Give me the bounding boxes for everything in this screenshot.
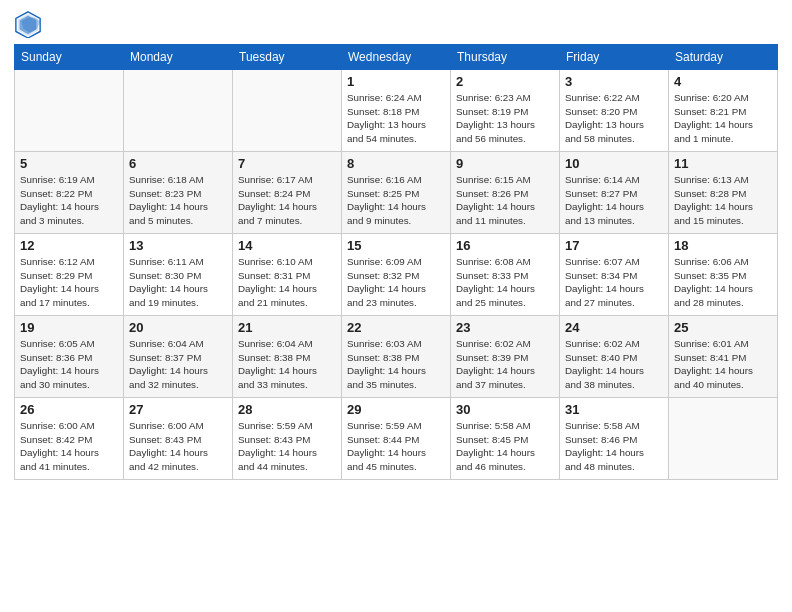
day-number: 25 (674, 320, 772, 335)
day-number: 5 (20, 156, 118, 171)
day-number: 8 (347, 156, 445, 171)
day-number: 27 (129, 402, 227, 417)
day-info: Sunrise: 6:00 AM Sunset: 8:43 PM Dayligh… (129, 419, 227, 474)
calendar-cell: 21Sunrise: 6:04 AM Sunset: 8:38 PM Dayli… (233, 316, 342, 398)
day-info: Sunrise: 5:59 AM Sunset: 8:44 PM Dayligh… (347, 419, 445, 474)
calendar-cell: 22Sunrise: 6:03 AM Sunset: 8:38 PM Dayli… (342, 316, 451, 398)
day-number: 13 (129, 238, 227, 253)
calendar-cell: 13Sunrise: 6:11 AM Sunset: 8:30 PM Dayli… (124, 234, 233, 316)
day-number: 3 (565, 74, 663, 89)
day-info: Sunrise: 6:16 AM Sunset: 8:25 PM Dayligh… (347, 173, 445, 228)
day-number: 29 (347, 402, 445, 417)
day-number: 2 (456, 74, 554, 89)
calendar-cell: 1Sunrise: 6:24 AM Sunset: 8:18 PM Daylig… (342, 70, 451, 152)
calendar-cell: 24Sunrise: 6:02 AM Sunset: 8:40 PM Dayli… (560, 316, 669, 398)
day-number: 24 (565, 320, 663, 335)
day-info: Sunrise: 6:15 AM Sunset: 8:26 PM Dayligh… (456, 173, 554, 228)
weekday-header-friday: Friday (560, 45, 669, 70)
day-number: 15 (347, 238, 445, 253)
calendar-week-0: 1Sunrise: 6:24 AM Sunset: 8:18 PM Daylig… (15, 70, 778, 152)
calendar-cell: 5Sunrise: 6:19 AM Sunset: 8:22 PM Daylig… (15, 152, 124, 234)
day-info: Sunrise: 6:00 AM Sunset: 8:42 PM Dayligh… (20, 419, 118, 474)
calendar-cell: 3Sunrise: 6:22 AM Sunset: 8:20 PM Daylig… (560, 70, 669, 152)
calendar-table: SundayMondayTuesdayWednesdayThursdayFrid… (14, 44, 778, 480)
day-info: Sunrise: 6:03 AM Sunset: 8:38 PM Dayligh… (347, 337, 445, 392)
day-info: Sunrise: 6:24 AM Sunset: 8:18 PM Dayligh… (347, 91, 445, 146)
calendar-cell: 31Sunrise: 5:58 AM Sunset: 8:46 PM Dayli… (560, 398, 669, 480)
calendar-week-3: 19Sunrise: 6:05 AM Sunset: 8:36 PM Dayli… (15, 316, 778, 398)
calendar-week-1: 5Sunrise: 6:19 AM Sunset: 8:22 PM Daylig… (15, 152, 778, 234)
day-info: Sunrise: 6:05 AM Sunset: 8:36 PM Dayligh… (20, 337, 118, 392)
calendar-cell: 14Sunrise: 6:10 AM Sunset: 8:31 PM Dayli… (233, 234, 342, 316)
weekday-header-wednesday: Wednesday (342, 45, 451, 70)
calendar-cell: 9Sunrise: 6:15 AM Sunset: 8:26 PM Daylig… (451, 152, 560, 234)
calendar-cell: 18Sunrise: 6:06 AM Sunset: 8:35 PM Dayli… (669, 234, 778, 316)
calendar-cell: 2Sunrise: 6:23 AM Sunset: 8:19 PM Daylig… (451, 70, 560, 152)
day-number: 21 (238, 320, 336, 335)
calendar-cell: 11Sunrise: 6:13 AM Sunset: 8:28 PM Dayli… (669, 152, 778, 234)
day-number: 7 (238, 156, 336, 171)
calendar-week-4: 26Sunrise: 6:00 AM Sunset: 8:42 PM Dayli… (15, 398, 778, 480)
day-number: 12 (20, 238, 118, 253)
day-info: Sunrise: 6:18 AM Sunset: 8:23 PM Dayligh… (129, 173, 227, 228)
day-info: Sunrise: 6:22 AM Sunset: 8:20 PM Dayligh… (565, 91, 663, 146)
day-info: Sunrise: 6:07 AM Sunset: 8:34 PM Dayligh… (565, 255, 663, 310)
day-number: 22 (347, 320, 445, 335)
calendar-cell: 28Sunrise: 5:59 AM Sunset: 8:43 PM Dayli… (233, 398, 342, 480)
weekday-header-saturday: Saturday (669, 45, 778, 70)
day-number: 4 (674, 74, 772, 89)
calendar-cell: 26Sunrise: 6:00 AM Sunset: 8:42 PM Dayli… (15, 398, 124, 480)
day-number: 31 (565, 402, 663, 417)
day-info: Sunrise: 6:17 AM Sunset: 8:24 PM Dayligh… (238, 173, 336, 228)
day-info: Sunrise: 6:20 AM Sunset: 8:21 PM Dayligh… (674, 91, 772, 146)
calendar-cell: 19Sunrise: 6:05 AM Sunset: 8:36 PM Dayli… (15, 316, 124, 398)
day-info: Sunrise: 6:06 AM Sunset: 8:35 PM Dayligh… (674, 255, 772, 310)
day-number: 23 (456, 320, 554, 335)
calendar-week-2: 12Sunrise: 6:12 AM Sunset: 8:29 PM Dayli… (15, 234, 778, 316)
calendar-cell: 29Sunrise: 5:59 AM Sunset: 8:44 PM Dayli… (342, 398, 451, 480)
calendar-cell: 16Sunrise: 6:08 AM Sunset: 8:33 PM Dayli… (451, 234, 560, 316)
day-info: Sunrise: 6:12 AM Sunset: 8:29 PM Dayligh… (20, 255, 118, 310)
day-info: Sunrise: 6:23 AM Sunset: 8:19 PM Dayligh… (456, 91, 554, 146)
calendar-cell: 30Sunrise: 5:58 AM Sunset: 8:45 PM Dayli… (451, 398, 560, 480)
calendar-cell: 27Sunrise: 6:00 AM Sunset: 8:43 PM Dayli… (124, 398, 233, 480)
day-info: Sunrise: 5:59 AM Sunset: 8:43 PM Dayligh… (238, 419, 336, 474)
calendar-cell: 20Sunrise: 6:04 AM Sunset: 8:37 PM Dayli… (124, 316, 233, 398)
calendar-header: SundayMondayTuesdayWednesdayThursdayFrid… (15, 45, 778, 70)
day-info: Sunrise: 6:14 AM Sunset: 8:27 PM Dayligh… (565, 173, 663, 228)
calendar-cell (233, 70, 342, 152)
day-info: Sunrise: 6:13 AM Sunset: 8:28 PM Dayligh… (674, 173, 772, 228)
day-info: Sunrise: 6:02 AM Sunset: 8:39 PM Dayligh… (456, 337, 554, 392)
day-number: 20 (129, 320, 227, 335)
day-number: 18 (674, 238, 772, 253)
calendar-cell: 25Sunrise: 6:01 AM Sunset: 8:41 PM Dayli… (669, 316, 778, 398)
calendar-cell (15, 70, 124, 152)
day-number: 14 (238, 238, 336, 253)
calendar-cell: 17Sunrise: 6:07 AM Sunset: 8:34 PM Dayli… (560, 234, 669, 316)
calendar-cell: 10Sunrise: 6:14 AM Sunset: 8:27 PM Dayli… (560, 152, 669, 234)
day-number: 17 (565, 238, 663, 253)
weekday-header-tuesday: Tuesday (233, 45, 342, 70)
day-info: Sunrise: 6:09 AM Sunset: 8:32 PM Dayligh… (347, 255, 445, 310)
calendar-cell: 12Sunrise: 6:12 AM Sunset: 8:29 PM Dayli… (15, 234, 124, 316)
logo-icon (14, 10, 42, 38)
calendar-cell (124, 70, 233, 152)
calendar-cell: 7Sunrise: 6:17 AM Sunset: 8:24 PM Daylig… (233, 152, 342, 234)
day-info: Sunrise: 6:04 AM Sunset: 8:37 PM Dayligh… (129, 337, 227, 392)
calendar-body: 1Sunrise: 6:24 AM Sunset: 8:18 PM Daylig… (15, 70, 778, 480)
day-info: Sunrise: 6:04 AM Sunset: 8:38 PM Dayligh… (238, 337, 336, 392)
weekday-header-thursday: Thursday (451, 45, 560, 70)
day-number: 11 (674, 156, 772, 171)
day-number: 6 (129, 156, 227, 171)
day-number: 16 (456, 238, 554, 253)
weekday-header-row: SundayMondayTuesdayWednesdayThursdayFrid… (15, 45, 778, 70)
calendar-cell: 23Sunrise: 6:02 AM Sunset: 8:39 PM Dayli… (451, 316, 560, 398)
calendar-cell: 4Sunrise: 6:20 AM Sunset: 8:21 PM Daylig… (669, 70, 778, 152)
day-info: Sunrise: 5:58 AM Sunset: 8:45 PM Dayligh… (456, 419, 554, 474)
day-number: 19 (20, 320, 118, 335)
day-number: 28 (238, 402, 336, 417)
day-number: 9 (456, 156, 554, 171)
day-info: Sunrise: 5:58 AM Sunset: 8:46 PM Dayligh… (565, 419, 663, 474)
day-info: Sunrise: 6:01 AM Sunset: 8:41 PM Dayligh… (674, 337, 772, 392)
calendar-cell (669, 398, 778, 480)
